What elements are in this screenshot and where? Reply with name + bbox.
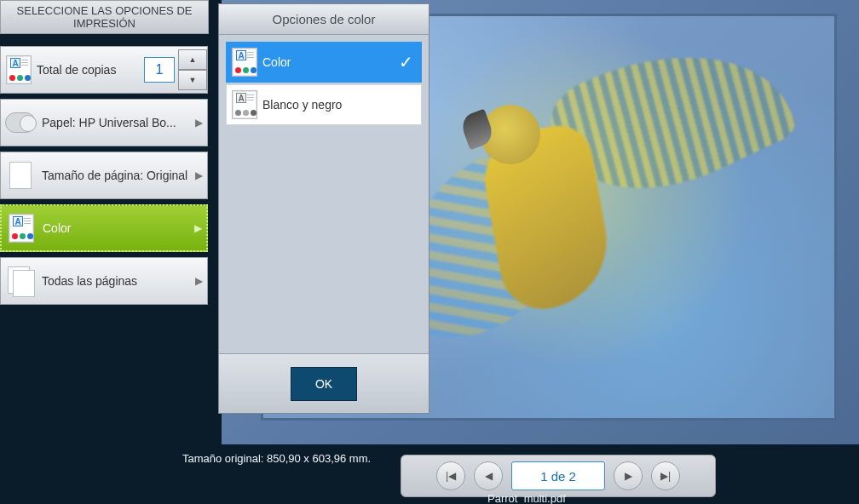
filename-label: Parrot_multi.pdf — [487, 492, 566, 504]
page-size-icon — [3, 158, 38, 192]
option-label: Color — [262, 55, 390, 69]
original-size-label: Tamaño original: 850,90 x 603,96 mm. — [182, 452, 371, 465]
chevron-right-icon: ▶ — [195, 169, 207, 181]
option-label: Blanco y negro — [262, 98, 390, 112]
chevron-right-icon: ▶ — [194, 222, 206, 234]
copies-icon: A — [1, 53, 37, 87]
color-doc-icon: A — [227, 48, 262, 77]
sidebar-item-color[interactable]: A Color ▶ — [0, 204, 208, 252]
copies-row: A Total de copias ▲ ▼ — [0, 46, 208, 94]
paper-roll-icon — [3, 106, 38, 140]
page-indicator: 1 de 2 — [511, 461, 605, 490]
bw-doc-icon: A — [227, 90, 262, 119]
page-navigator: |◀ ◀ 1 de 2 ▶ ▶| — [401, 455, 716, 497]
sidebar-item-page-size[interactable]: Tamaño de página: Original ▶ — [0, 152, 208, 199]
sidebar-title: SELECCIONE LAS OPCIONES DE IMPRESIÓN — [0, 0, 209, 34]
sidebar-item-label: Tamaño de página: Original — [42, 169, 195, 183]
pages-icon — [3, 264, 38, 298]
chevron-right-icon: ▶ — [195, 117, 207, 129]
color-option-color[interactable]: A Color ✓ — [226, 42, 422, 83]
next-page-button[interactable]: ▶ — [614, 461, 643, 490]
chevron-right-icon: ▶ — [195, 275, 207, 287]
first-page-button[interactable]: |◀ — [436, 461, 465, 490]
ok-button[interactable]: OK — [291, 367, 357, 401]
sidebar-item-paper[interactable]: Papel: HP Universal Bo... ▶ — [0, 99, 208, 146]
copies-down-button[interactable]: ▼ — [178, 70, 207, 90]
print-options-sidebar: SELECCIONE LAS OPCIONES DE IMPRESIÓN A T… — [0, 0, 209, 444]
sidebar-item-all-pages[interactable]: Todas las páginas ▶ — [0, 257, 208, 305]
popup-title: Opciones de color — [219, 4, 429, 35]
check-icon: ✓ — [390, 52, 421, 72]
color-option-bw[interactable]: A Blanco y negro — [226, 84, 422, 125]
color-options-popup: Opciones de color A Color ✓ A Blanco — [218, 3, 430, 414]
prev-page-button[interactable]: ◀ — [474, 461, 503, 490]
sidebar-item-label: Papel: HP Universal Bo... — [42, 116, 195, 130]
sidebar-item-label: Color — [43, 221, 194, 236]
copies-up-button[interactable]: ▲ — [178, 49, 207, 70]
color-doc-icon: A — [3, 211, 39, 245]
copies-input[interactable] — [144, 57, 175, 83]
last-page-button[interactable]: ▶| — [651, 461, 680, 490]
copies-label: Total de copias — [37, 63, 144, 77]
sidebar-item-label: Todas las páginas — [42, 274, 195, 289]
